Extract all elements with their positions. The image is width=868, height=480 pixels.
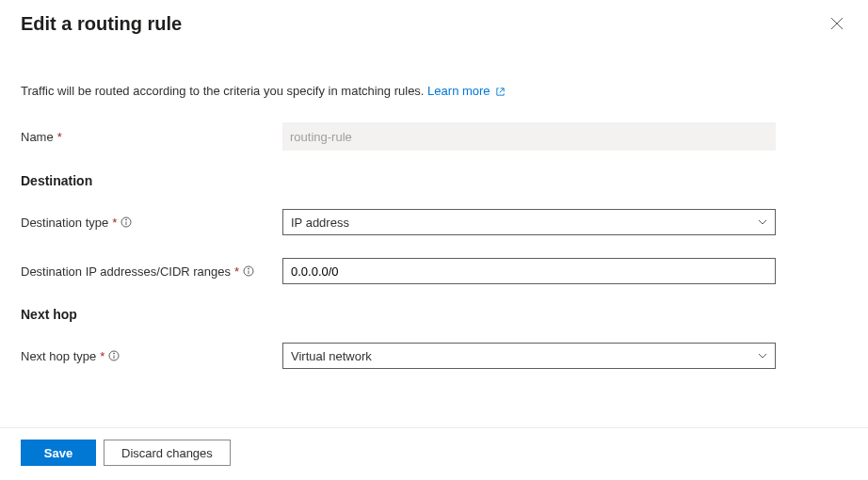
destination-section-header: Destination [21, 173, 847, 188]
destination-type-label: Destination type * [21, 216, 282, 230]
destination-type-value: IP address [291, 216, 349, 230]
name-label: Name * [21, 130, 282, 144]
destination-type-select[interactable]: IP address [282, 209, 776, 235]
name-input [282, 122, 776, 151]
intro-text: Traffic will be routed according to the … [21, 84, 847, 98]
required-indicator: * [57, 130, 62, 144]
page-title: Edit a routing rule [21, 13, 182, 35]
destination-cidr-label: Destination IP addresses/CIDR ranges * [21, 264, 282, 279]
svg-point-8 [249, 268, 249, 269]
discard-button[interactable]: Discard changes [104, 440, 231, 466]
svg-point-11 [114, 353, 115, 354]
destination-cidr-input[interactable] [282, 258, 776, 284]
info-icon[interactable] [243, 265, 254, 277]
svg-line-2 [500, 88, 505, 93]
close-icon [830, 17, 844, 33]
info-icon[interactable] [108, 350, 120, 361]
external-link-icon [495, 87, 506, 97]
next-hop-type-value: Virtual network [291, 349, 372, 363]
svg-point-5 [126, 219, 127, 220]
close-button[interactable] [827, 13, 847, 37]
required-indicator: * [234, 264, 239, 279]
next-hop-section-header: Next hop [21, 307, 847, 322]
save-button[interactable]: Save [21, 440, 96, 466]
next-hop-type-select[interactable]: Virtual network [282, 343, 776, 369]
required-indicator: * [112, 216, 117, 230]
learn-more-link[interactable]: Learn more [427, 84, 506, 98]
required-indicator: * [100, 349, 104, 363]
next-hop-type-label: Next hop type * [21, 349, 282, 363]
info-icon[interactable] [121, 216, 132, 228]
